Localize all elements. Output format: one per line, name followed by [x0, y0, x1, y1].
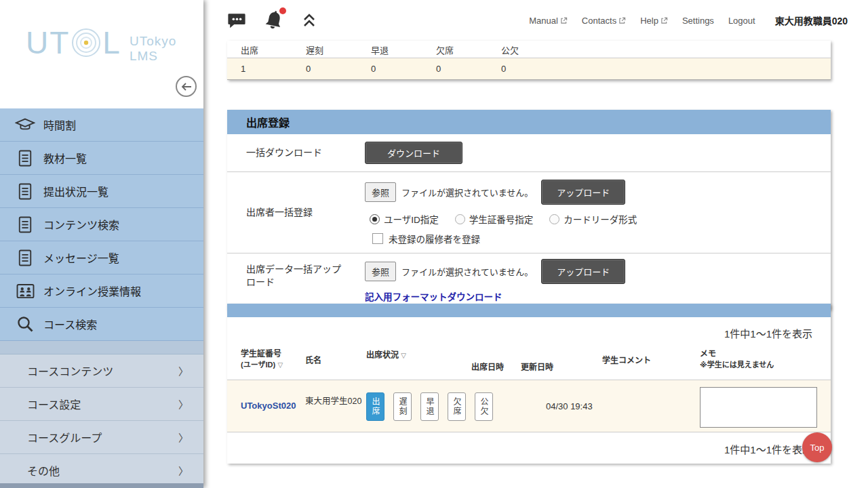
page-content: 出席 遅刻 早退 欠席 公欠 1 0 0 0 0 出席登録 一括ダウンロード ダ…	[227, 41, 831, 488]
bulk-upload-row: 出席データ一括アップロード 参照 ファイルが選択されていません。 アップロード …	[227, 253, 831, 310]
browse-file-button[interactable]: 参照	[365, 182, 396, 202]
double-chevron-up-icon	[302, 12, 317, 28]
column-header-name: 氏名	[305, 355, 321, 366]
sidebar-item-submission-status[interactable]: 提出状況一覧	[0, 175, 203, 208]
format-download-link[interactable]: 記入用フォーマットダウンロード	[365, 289, 502, 303]
sidebar-item-course-contents[interactable]: コースコンテンツ 〉	[0, 354, 203, 388]
status-button-present[interactable]: 出席	[366, 392, 384, 421]
attendance-register-panel: 出席登録 一括ダウンロード ダウンロード 出席者一括登録 参照 ファイルが選択さ…	[227, 110, 831, 310]
sort-button[interactable]: ▽	[401, 352, 406, 359]
arrow-left-icon	[181, 83, 192, 91]
sidebar-item-online-class-info[interactable]: オンライン授業情報	[0, 274, 203, 308]
browse-file-button[interactable]: 参照	[365, 262, 396, 281]
sidebar: UT L UTokyo LMS 時間割 教材一覧	[0, 0, 203, 488]
external-link-icon	[618, 17, 626, 24]
summary-header-late: 遅刻	[292, 43, 357, 56]
logo-subtitle-line2: LMS	[130, 49, 176, 64]
file-status-text: ファイルが選択されていません。	[401, 265, 533, 278]
summary-value-late: 0	[292, 64, 357, 74]
radio-student-card-number[interactable]: 学生証番号指定	[455, 212, 534, 226]
column-header-update-time: 更新日時	[521, 362, 553, 373]
radio-label: カードリーダ形式	[564, 212, 637, 226]
radio-icon	[370, 214, 380, 224]
sort-button[interactable]: ▽	[277, 361, 283, 369]
manual-link[interactable]: Manual	[529, 16, 568, 26]
current-user-name[interactable]: 東大用教職員020	[775, 14, 848, 27]
upload-button[interactable]: アップロード	[541, 180, 625, 205]
download-button[interactable]: ダウンロード	[365, 142, 462, 164]
result-count-top: 1件中1〜1件を表示	[227, 317, 831, 340]
status-button-group: 出席 遅刻 早退 欠席 公欠	[366, 392, 493, 421]
status-button-excused[interactable]: 公欠	[475, 392, 493, 421]
notification-badge	[279, 7, 286, 14]
update-time-value: 04/30 19:43	[546, 401, 593, 411]
status-button-late[interactable]: 遅刻	[393, 392, 412, 421]
help-link[interactable]: Help	[640, 16, 668, 26]
settings-link[interactable]: Settings	[682, 16, 714, 26]
sidebar-item-timetable[interactable]: 時間割	[0, 108, 203, 142]
sidebar-item-label: コース検索	[43, 316, 97, 332]
messages-list-icon	[11, 249, 39, 267]
notifications-bell-button[interactable]	[264, 10, 283, 30]
sidebar-item-label: 教材一覧	[43, 150, 87, 166]
student-id-link[interactable]: UTokyoSt020	[241, 401, 296, 411]
link-label: Help	[640, 16, 658, 26]
table-column-headers: 学生証番号 (ユーザID) ▽ 氏名 出席状況 ▽ 出席日時 更新日時 学生コメ…	[227, 340, 831, 380]
summary-header-excused: 公欠	[488, 43, 553, 56]
result-count-bottom: 1件中1〜1件を表示	[227, 432, 831, 464]
link-label: Settings	[682, 16, 714, 26]
summary-header-absent: 欠席	[422, 43, 488, 56]
graduation-cap-icon	[11, 117, 39, 133]
sidebar-item-others[interactable]: その他 〉	[0, 454, 203, 487]
submissions-list-icon	[11, 182, 39, 201]
column-header-status: 出席状況 ▽	[366, 350, 406, 361]
sidebar-item-label: 時間割	[43, 117, 76, 133]
sidebar-item-course-settings[interactable]: コース設定 〉	[0, 388, 203, 421]
contacts-link[interactable]: Contacts	[582, 16, 626, 26]
memo-textarea[interactable]	[700, 387, 817, 428]
sidebar-item-materials[interactable]: 教材一覧	[0, 142, 203, 175]
students-attendance-table: 1件中1〜1件を表示 学生証番号 (ユーザID) ▽ 氏名 出席状況 ▽ 出席日…	[227, 304, 831, 464]
course-item-label: コース設定	[27, 396, 81, 412]
radio-card-reader-format[interactable]: カードリーダ形式	[549, 212, 637, 226]
file-status-text: ファイルが選択されていません。	[401, 186, 533, 199]
column-header-student-id: 学生証番号 (ユーザID) ▽	[241, 348, 283, 371]
sidebar-item-course-search[interactable]: コース検索	[0, 308, 203, 341]
status-button-early-leave[interactable]: 早退	[420, 392, 439, 421]
content-search-icon	[11, 216, 39, 234]
bulk-register-row: 出席者一括登録 参照 ファイルが選択されていません。 アップロード ユーザID指…	[227, 172, 831, 253]
bulk-download-row: 一括ダウンロード ダウンロード	[227, 134, 831, 172]
collapse-header-button[interactable]	[302, 12, 317, 28]
messages-bubble-button[interactable]	[227, 12, 246, 29]
status-button-absent[interactable]: 欠席	[448, 392, 466, 421]
chevron-right-icon: 〉	[178, 430, 189, 445]
sidebar-item-content-search[interactable]: コンテンツ検索	[0, 208, 203, 241]
logo-area: UT L UTokyo LMS	[0, 0, 203, 108]
link-label: Manual	[529, 16, 558, 26]
course-item-label: コースグループ	[27, 429, 102, 445]
logo-rings-icon	[71, 27, 102, 58]
register-unenrolled-checkbox[interactable]: 未登録の履修者を登録	[372, 232, 821, 245]
bulk-register-label: 出席者一括登録	[227, 197, 365, 228]
collapse-sidebar-button[interactable]	[176, 76, 197, 97]
topbar: Manual Contacts Help Settings Logout 東大用…	[203, 0, 868, 41]
radio-label: ユーザID指定	[384, 212, 439, 226]
external-link-icon	[660, 17, 668, 24]
logout-link[interactable]: Logout	[728, 16, 755, 26]
column-header-memo: メモ ※学生には見えません	[700, 348, 774, 370]
upload-button[interactable]: アップロード	[541, 259, 625, 284]
logo-text-ut: UT	[26, 27, 70, 58]
radio-icon	[455, 214, 465, 224]
scroll-to-top-button[interactable]: Top	[802, 432, 832, 462]
column-header-student-comment: 学生コメント	[602, 355, 651, 366]
column-header-attendance-time: 出席日時	[471, 362, 504, 373]
checkbox-label: 未登録の履修者を登録	[389, 232, 480, 245]
summary-value-present: 1	[227, 64, 292, 74]
sidebar-item-messages[interactable]: メッセージ一覧	[0, 241, 203, 274]
main-area: Manual Contacts Help Settings Logout 東大用…	[203, 0, 868, 488]
radio-user-id[interactable]: ユーザID指定	[370, 212, 439, 226]
logo-subtitle-line1: UTokyo	[130, 34, 176, 49]
chevron-right-icon: 〉	[178, 464, 189, 478]
sidebar-item-course-groups[interactable]: コースグループ 〉	[0, 421, 203, 454]
summary-header-early-leave: 早退	[357, 43, 422, 56]
